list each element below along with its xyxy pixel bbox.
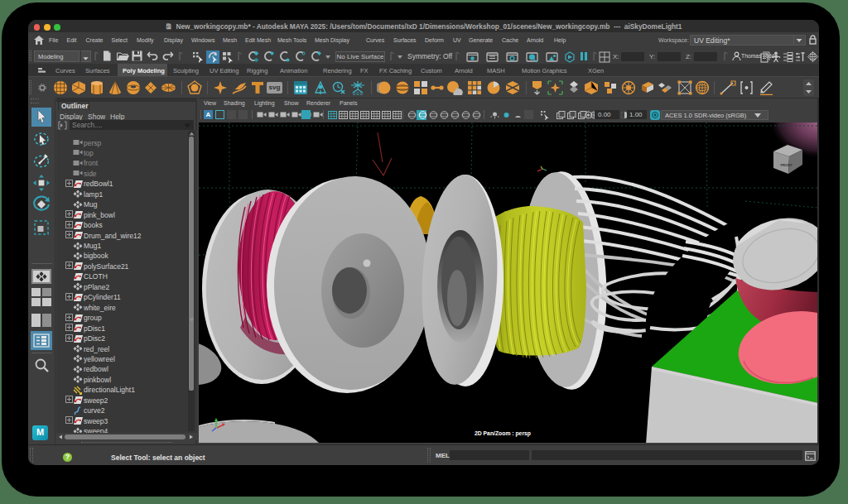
svg-text:0,0,0: 0,0,0 [353, 91, 363, 96]
svg-text:2D Pan/Zoom : persp: 2D Pan/Zoom : persp [475, 430, 531, 437]
svg-text:FRONT: FRONT [781, 163, 793, 167]
